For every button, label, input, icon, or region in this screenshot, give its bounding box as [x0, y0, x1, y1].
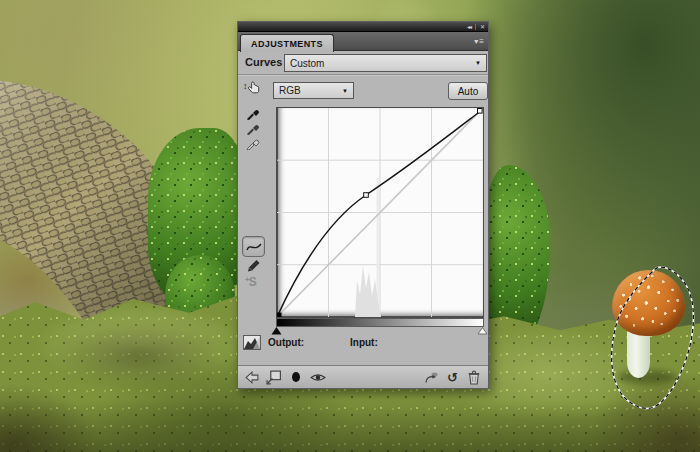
io-row: Output: Input:: [238, 334, 488, 354]
tool-column: +S: [238, 106, 276, 318]
titlebar-divider: [475, 24, 476, 30]
curve-point-white[interactable]: [478, 109, 483, 114]
curve-point-mid[interactable]: [364, 193, 369, 198]
panel-menu-lines: ≡: [479, 37, 484, 46]
preset-dropdown-value: Custom: [290, 58, 324, 69]
chevron-down-icon: ▼: [475, 60, 481, 66]
clip-to-layer-icon[interactable]: [266, 370, 282, 385]
close-panel-icon[interactable]: ✕: [480, 24, 484, 30]
channel-dropdown[interactable]: RGB ▼: [273, 82, 354, 99]
reset-adjustment-icon[interactable]: ↺: [447, 371, 458, 384]
panel-tab-row: ADJUSTMENTS ▾≡: [238, 32, 488, 51]
clip-indicator-icon[interactable]: [288, 370, 304, 385]
gray-point-eyedropper-icon[interactable]: [246, 121, 261, 135]
histogram-icon: [243, 335, 261, 350]
curves-title: Curves: [245, 56, 282, 68]
panel-menu-arrow: ▾: [474, 37, 478, 46]
white-point-eyedropper-icon[interactable]: [246, 136, 261, 150]
black-point-eyedropper-icon[interactable]: [246, 106, 261, 120]
panel-menu-icon[interactable]: ▾≡: [474, 37, 484, 46]
auto-button[interactable]: Auto: [448, 82, 488, 100]
delete-adjustment-trash-icon[interactable]: [466, 370, 482, 385]
collapse-to-icons-icon[interactable]: ◂◂: [467, 24, 471, 30]
smooth-s: S: [249, 275, 257, 289]
channel-dropdown-value: RGB: [279, 85, 301, 96]
chevron-down-icon: ▼: [342, 88, 348, 94]
preset-dropdown[interactable]: Custom ▼: [284, 54, 487, 72]
curve-plot: [277, 108, 483, 317]
view-previous-state-icon[interactable]: [423, 370, 439, 385]
pencil-tool-icon[interactable]: [246, 258, 261, 273]
smooth-curve-icon[interactable]: +S: [245, 275, 257, 289]
adjustments-panel: ◂◂ ✕ ADJUSTMENTS ▾≡ Curves Custom ▼ ↕: [237, 21, 489, 389]
output-label: Output:: [268, 337, 304, 348]
auto-button-label: Auto: [458, 86, 479, 97]
channel-row: ↕ RGB ▼ Auto: [238, 75, 488, 106]
edit-points-tool-selected[interactable]: [242, 236, 265, 257]
input-gradient-bar: [276, 318, 484, 327]
curve-point-black-selected[interactable]: [277, 313, 282, 318]
tab-adjustments[interactable]: ADJUSTMENTS: [240, 34, 334, 52]
targeted-adjustment-tool-icon[interactable]: ↕: [243, 81, 267, 101]
panel-titlebar: ◂◂ ✕: [238, 22, 488, 32]
curve-editor[interactable]: [276, 107, 484, 318]
tab-adjustments-label: ADJUSTMENTS: [251, 39, 323, 49]
preset-row: Curves Custom ▼: [238, 51, 488, 75]
input-label: Input:: [350, 337, 378, 348]
curve-icon: [246, 241, 262, 253]
return-to-adjustment-list-icon[interactable]: [244, 370, 260, 385]
pointer-hand-icon: [248, 81, 261, 96]
panel-footer-bar: ↺: [238, 365, 488, 388]
visibility-eye-icon[interactable]: [310, 370, 326, 385]
document-canvas[interactable]: ◂◂ ✕ ADJUSTMENTS ▾≡ Curves Custom ▼ ↕: [0, 0, 700, 452]
